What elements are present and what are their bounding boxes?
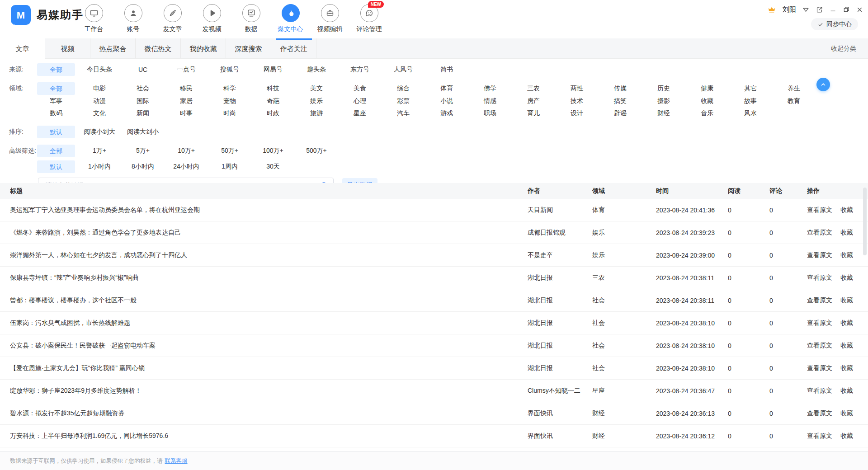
tab-1[interactable]: 文章 bbox=[0, 38, 45, 59]
view-original-link[interactable]: 查看原文 bbox=[807, 206, 832, 213]
filter-option[interactable]: 简书 bbox=[425, 66, 468, 74]
filter-option[interactable]: 时事 bbox=[165, 109, 208, 118]
filter-option[interactable]: 500万+ bbox=[295, 147, 338, 155]
tab-6[interactable]: 深度搜索 bbox=[226, 38, 271, 58]
sync-center-button[interactable]: 同步中心 bbox=[811, 18, 858, 30]
filter-option[interactable]: 50万+ bbox=[208, 147, 251, 155]
tab-5[interactable]: 我的收藏 bbox=[181, 38, 226, 58]
view-original-link[interactable]: 查看原文 bbox=[807, 364, 832, 371]
tab-3[interactable]: 热点聚合 bbox=[90, 38, 136, 58]
favorite-link[interactable]: 收藏 bbox=[840, 319, 853, 326]
filter-option[interactable]: 情感 bbox=[468, 97, 512, 105]
feedback-icon[interactable] bbox=[816, 6, 823, 14]
filter-option[interactable]: 其它 bbox=[729, 85, 772, 93]
tab-4[interactable]: 微信热文 bbox=[136, 38, 181, 58]
tab-7[interactable]: 作者关注 bbox=[271, 38, 316, 58]
filter-chip-selected[interactable]: 全部 bbox=[37, 82, 75, 95]
view-original-link[interactable]: 查看原文 bbox=[807, 432, 832, 439]
filter-option[interactable]: 故事 bbox=[729, 97, 772, 105]
filter-option[interactable]: 美食 bbox=[338, 85, 382, 93]
filter-option[interactable]: 阅读小到大 bbox=[78, 128, 121, 136]
filter-option[interactable]: 时尚 bbox=[208, 109, 251, 118]
close-icon[interactable] bbox=[856, 6, 863, 14]
filter-option[interactable]: 财经 bbox=[642, 109, 685, 118]
view-original-link[interactable]: 查看原文 bbox=[807, 251, 832, 258]
filter-option[interactable]: 军事 bbox=[34, 97, 78, 105]
collapse-filters-button[interactable] bbox=[816, 78, 830, 91]
filter-option[interactable]: 摄影 bbox=[642, 97, 685, 105]
filter-option[interactable]: 搜狐号 bbox=[208, 66, 251, 74]
filter-option[interactable]: 社会 bbox=[121, 85, 165, 93]
filter-option[interactable]: 三农 bbox=[512, 85, 555, 93]
filter-option[interactable]: 历史 bbox=[642, 85, 685, 93]
filter-option[interactable]: 风水 bbox=[729, 109, 772, 118]
filter-option[interactable]: 彩票 bbox=[382, 97, 425, 105]
nav-item-1[interactable]: 工作台 bbox=[74, 4, 113, 33]
filter-option[interactable]: 综合 bbox=[382, 85, 425, 93]
filter-option[interactable]: 两性 bbox=[555, 85, 599, 93]
filter-option[interactable]: 汽车 bbox=[382, 109, 425, 118]
filter-option[interactable]: 24小时内 bbox=[165, 163, 208, 171]
view-original-link[interactable]: 查看原文 bbox=[807, 274, 832, 281]
favorite-link[interactable]: 收藏 bbox=[840, 409, 853, 417]
filter-option[interactable]: 技术 bbox=[555, 97, 599, 105]
filter-option[interactable]: 家居 bbox=[165, 97, 208, 105]
filter-option[interactable]: 音乐 bbox=[685, 109, 729, 118]
filter-option[interactable]: 职场 bbox=[468, 109, 512, 118]
maximize-icon[interactable] bbox=[843, 6, 850, 13]
filter-option[interactable]: 动漫 bbox=[78, 97, 121, 105]
vertical-scrollbar[interactable] bbox=[863, 188, 867, 255]
favorite-link[interactable]: 收藏 bbox=[840, 342, 853, 349]
favorite-link[interactable]: 收藏 bbox=[840, 274, 853, 281]
collapse-categories-link[interactable]: 收起分类 bbox=[831, 38, 856, 59]
filter-chip-selected[interactable]: 全部 bbox=[37, 145, 75, 157]
filter-option[interactable]: 科技 bbox=[251, 85, 295, 93]
filter-option[interactable]: 辟谣 bbox=[599, 109, 642, 118]
favorite-link[interactable]: 收藏 bbox=[840, 432, 853, 439]
filter-option[interactable]: 心理 bbox=[338, 97, 382, 105]
filter-option[interactable]: 传媒 bbox=[599, 85, 642, 93]
favorite-link[interactable]: 收藏 bbox=[840, 296, 853, 304]
filter-chip-selected[interactable]: 全部 bbox=[37, 63, 75, 76]
skin-icon[interactable] bbox=[802, 6, 810, 14]
nav-item-5[interactable]: 数据 bbox=[231, 4, 271, 33]
nav-item-8[interactable]: 评论管理NEW bbox=[349, 4, 389, 33]
favorite-link[interactable]: 收藏 bbox=[840, 387, 853, 394]
filter-option[interactable]: 星座 bbox=[338, 109, 382, 118]
filter-option[interactable]: 文化 bbox=[78, 109, 121, 118]
filter-option[interactable]: 一点号 bbox=[165, 66, 208, 74]
filter-option[interactable]: 1小时内 bbox=[78, 163, 121, 171]
filter-option[interactable]: 大风号 bbox=[382, 66, 425, 74]
filter-chip-selected[interactable]: 默认 bbox=[37, 126, 75, 138]
view-original-link[interactable]: 查看原文 bbox=[807, 387, 832, 394]
nav-item-2[interactable]: 账号 bbox=[113, 4, 153, 33]
filter-option[interactable]: 30天 bbox=[251, 163, 295, 171]
filter-option[interactable]: 100万+ bbox=[251, 147, 295, 155]
filter-option[interactable]: 娱乐 bbox=[295, 97, 338, 105]
favorite-link[interactable]: 收藏 bbox=[840, 206, 853, 213]
filter-option[interactable]: 1万+ bbox=[78, 147, 121, 155]
filter-option[interactable]: 收藏 bbox=[685, 97, 729, 105]
filter-option[interactable]: 佛学 bbox=[468, 85, 512, 93]
filter-option[interactable]: 宠物 bbox=[208, 97, 251, 105]
filter-option[interactable]: 育儿 bbox=[512, 109, 555, 118]
view-original-link[interactable]: 查看原文 bbox=[807, 296, 832, 304]
filter-option[interactable]: 小说 bbox=[425, 97, 468, 105]
filter-option[interactable]: 设计 bbox=[555, 109, 599, 118]
nav-item-7[interactable]: 视频编辑 bbox=[310, 4, 349, 33]
filter-option[interactable]: 国际 bbox=[121, 97, 165, 105]
filter-option[interactable]: 养生 bbox=[772, 85, 816, 93]
filter-option[interactable]: 10万+ bbox=[165, 147, 208, 155]
nav-item-6[interactable]: 爆文中心 bbox=[271, 4, 310, 33]
filter-option[interactable]: 房产 bbox=[512, 97, 555, 105]
view-original-link[interactable]: 查看原文 bbox=[807, 229, 832, 236]
filter-option[interactable]: 游戏 bbox=[425, 109, 468, 118]
filter-option[interactable]: 今日头条 bbox=[78, 66, 121, 74]
filter-option[interactable]: 教育 bbox=[772, 97, 816, 105]
view-original-link[interactable]: 查看原文 bbox=[807, 342, 832, 349]
filter-option[interactable]: 时政 bbox=[251, 109, 295, 118]
filter-option[interactable]: 美文 bbox=[295, 85, 338, 93]
filter-option[interactable]: 阅读大到小 bbox=[121, 128, 165, 136]
user-name[interactable]: 刘阳 bbox=[783, 5, 796, 14]
filter-option[interactable]: 8小时内 bbox=[121, 163, 165, 171]
